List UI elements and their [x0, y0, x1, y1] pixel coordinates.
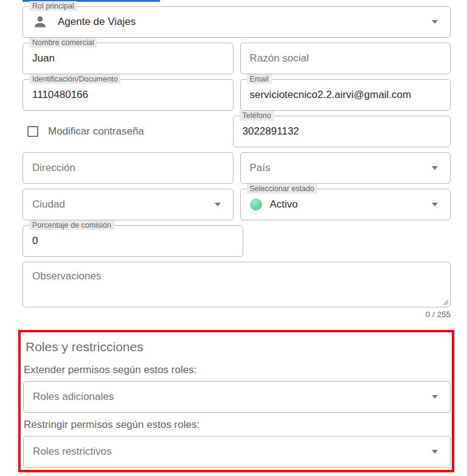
modify-password-checkbox[interactable]	[27, 126, 38, 137]
address-input[interactable]	[32, 162, 224, 174]
additional-roles-placeholder: Roles adicionales	[33, 391, 114, 403]
restrictive-roles-select[interactable]: Roles restrictivos	[23, 436, 451, 467]
email-label: Email	[247, 74, 272, 84]
additional-roles-select[interactable]: Roles adicionales	[23, 381, 451, 413]
address-field-wrap	[22, 152, 234, 184]
country-select[interactable]: País	[240, 152, 451, 184]
resize-handle-icon[interactable]	[441, 298, 449, 306]
status-circle-icon	[250, 198, 262, 211]
observations-textarea[interactable]	[23, 262, 450, 307]
main-role-label: Rol principal	[29, 1, 77, 11]
agent-edit-form: Rol principal Agente de Viajes Nombre co…	[22, 2, 451, 307]
restrict-permissions-label: Restringir permisos según estos roles:	[24, 419, 451, 431]
modify-password-row: Modificar contraseña	[22, 116, 226, 147]
chevron-down-icon	[432, 166, 438, 170]
commission-field-wrap: Porcentaje de comisión	[22, 225, 243, 257]
commission-input[interactable]	[32, 235, 234, 247]
phone-input[interactable]	[243, 125, 441, 138]
spacer	[250, 225, 451, 257]
chevron-down-icon	[432, 20, 438, 24]
status-select[interactable]: Seleccionar estado Activo	[240, 189, 451, 220]
modify-password-label: Modificar contraseña	[48, 125, 144, 138]
id-document-label: Identificación/Documento	[29, 74, 120, 84]
extend-permissions-label: Extender permisos según estos roles:	[24, 364, 451, 376]
main-role-value: Agente de Viajes	[58, 16, 136, 28]
status-value: Activo	[270, 198, 298, 211]
legal-name-input[interactable]	[250, 52, 441, 65]
commission-label: Porcentaje de comisión	[29, 220, 114, 230]
trade-name-label: Nombre comercial	[29, 38, 97, 47]
main-role-select[interactable]: Rol principal Agente de Viajes	[22, 6, 451, 38]
email-field-wrap: Email	[240, 79, 451, 111]
legal-name-field-wrap	[240, 43, 451, 74]
chevron-down-icon	[215, 203, 221, 206]
chevron-down-icon	[432, 203, 438, 206]
city-placeholder: Ciudad	[32, 198, 65, 211]
status-label: Seleccionar estado	[247, 184, 317, 194]
restrictive-roles-placeholder: Roles restrictivos	[33, 446, 111, 458]
roles-restrictions-section: Roles y restricciones Extender permisos …	[18, 330, 454, 472]
observations-char-counter: 0 / 255	[22, 310, 451, 320]
trade-name-input[interactable]	[32, 52, 224, 65]
trade-name-field-wrap: Nombre comercial	[22, 43, 234, 74]
chevron-down-icon	[432, 395, 438, 399]
city-select[interactable]: Ciudad	[22, 189, 234, 220]
chevron-down-icon	[432, 450, 438, 453]
country-placeholder: País	[250, 162, 271, 174]
id-document-input[interactable]	[32, 89, 224, 101]
phone-label: Teléfono	[240, 111, 274, 121]
observations-field-wrap	[22, 262, 451, 307]
phone-field-wrap: Teléfono	[233, 116, 451, 147]
id-document-field-wrap: Identificación/Documento	[22, 79, 234, 111]
roles-section-title: Roles y restricciones	[26, 340, 451, 354]
person-icon	[32, 14, 48, 30]
email-input[interactable]	[250, 89, 441, 101]
